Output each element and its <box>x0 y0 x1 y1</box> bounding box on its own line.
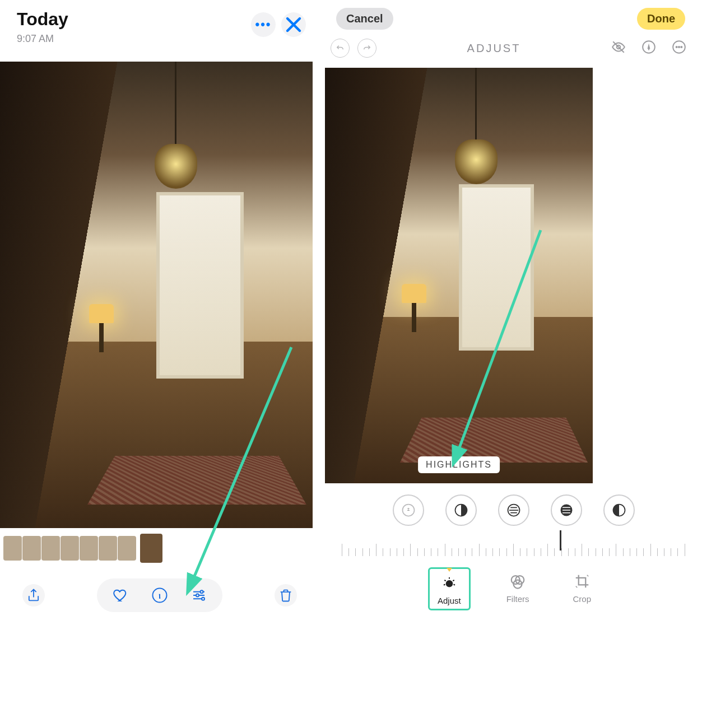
close-button[interactable] <box>281 12 306 37</box>
share-icon <box>26 587 41 604</box>
markup-button[interactable] <box>641 40 656 57</box>
thumbnail-strip[interactable] <box>3 536 319 565</box>
svg-point-18 <box>446 580 453 587</box>
thumbnail[interactable] <box>118 536 136 561</box>
ellipsis-circle-icon <box>672 40 686 54</box>
close-icon <box>281 12 306 37</box>
svg-point-1 <box>201 590 203 593</box>
photos-detail-pane: Today 9:07 AM ••• <box>0 0 319 728</box>
thumbnail[interactable] <box>22 536 41 561</box>
thumbnail[interactable] <box>3 536 22 561</box>
left-toolbar <box>0 565 319 612</box>
dial-shadows[interactable] <box>603 494 635 526</box>
thumbnail[interactable] <box>41 536 60 561</box>
auto-icon: ± <box>401 502 416 518</box>
brilliance-icon <box>506 502 522 518</box>
main-photo[interactable] <box>0 62 313 528</box>
photo-interior-illustration <box>0 62 313 528</box>
svg-text:±: ± <box>407 507 410 512</box>
dial-brilliance[interactable] <box>498 494 529 526</box>
thumbnail[interactable] <box>80 536 98 561</box>
dial-highlights[interactable] <box>551 494 582 526</box>
cancel-button[interactable]: Cancel <box>336 8 393 30</box>
edit-header: Cancel Done <box>325 0 702 30</box>
svg-line-20 <box>444 580 446 581</box>
redo-button[interactable] <box>357 39 376 58</box>
left-header: Today 9:07 AM ••• <box>0 0 319 49</box>
delete-button[interactable] <box>275 584 297 606</box>
thumbnail[interactable] <box>99 536 117 561</box>
svg-line-22 <box>444 585 445 585</box>
photo-time: 9:07 AM <box>17 33 68 45</box>
info-button[interactable] <box>148 584 171 606</box>
edit-photo-preview[interactable]: HIGHLIGHTS <box>325 68 593 483</box>
shadows-icon <box>611 502 627 518</box>
undo-icon <box>335 43 345 53</box>
toggle-preview-button[interactable] <box>611 40 626 57</box>
favorite-button[interactable] <box>109 584 132 606</box>
svg-point-3 <box>202 598 204 600</box>
exposure-icon <box>453 502 469 518</box>
info-icon <box>151 587 168 604</box>
edit-button[interactable] <box>188 584 210 606</box>
share-button[interactable] <box>22 584 45 606</box>
highlights-icon <box>559 502 574 518</box>
markup-icon <box>641 40 656 54</box>
photo-interior-illustration <box>325 68 593 483</box>
svg-line-21 <box>453 580 454 581</box>
undo-button[interactable] <box>331 39 350 58</box>
sliders-icon <box>190 587 207 604</box>
svg-point-2 <box>196 594 199 597</box>
svg-point-8 <box>676 46 677 48</box>
photo-edit-pane: Cancel Done ADJUST <box>319 0 702 728</box>
svg-point-10 <box>681 46 682 48</box>
filters-icon <box>509 573 526 590</box>
slider-ticks <box>342 538 685 556</box>
photo-date-title: Today <box>17 9 68 30</box>
tab-adjust-label: Adjust <box>438 596 461 605</box>
crop-icon <box>574 573 591 590</box>
slider-pointer[interactable] <box>560 530 561 550</box>
adjust-slider[interactable] <box>342 538 685 556</box>
adjust-icon <box>441 575 458 591</box>
ellipsis-icon: ••• <box>255 17 271 32</box>
heart-icon <box>112 587 129 604</box>
thumbnail-selected[interactable] <box>140 534 162 563</box>
active-adjust-badge: HIGHLIGHTS <box>418 456 500 473</box>
eye-off-icon <box>611 40 626 54</box>
more-button[interactable]: ••• <box>251 12 276 37</box>
adjust-dials-row: ± <box>325 483 702 530</box>
dial-auto[interactable]: ± <box>393 494 424 526</box>
tab-filters[interactable]: Filters <box>499 567 537 610</box>
redo-icon <box>362 43 372 53</box>
thumbnail[interactable] <box>61 536 79 561</box>
svg-point-9 <box>678 46 680 48</box>
edit-tabs: Adjust Filters Crop <box>325 556 702 610</box>
tab-filters-label: Filters <box>506 594 529 604</box>
edit-mode-label: ADJUST <box>467 42 521 55</box>
tab-crop-label: Crop <box>573 594 592 604</box>
more-options-button[interactable] <box>672 40 686 57</box>
tab-crop[interactable]: Crop <box>565 567 599 610</box>
done-button[interactable]: Done <box>637 8 685 30</box>
trash-icon <box>278 587 294 604</box>
svg-line-23 <box>453 585 455 585</box>
dial-exposure[interactable] <box>445 494 477 526</box>
tab-adjust[interactable]: Adjust <box>428 567 471 610</box>
edit-subheader: ADJUST <box>325 30 702 58</box>
